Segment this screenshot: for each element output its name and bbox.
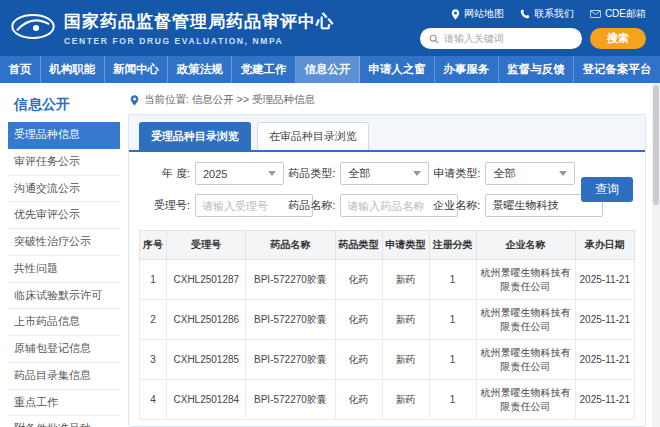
filter-form: 年 度: 2025 药品类型: 全部 xyxy=(129,152,645,228)
main-column: 当前位置: 信息公开 >> 受理品种信息 受理品种目录浏览 在审品种目录浏览 年… xyxy=(128,91,646,427)
sidebar-item-accepted-variety-info[interactable]: 受理品种信息 xyxy=(8,122,120,149)
cell-reg-class: 1 xyxy=(429,340,476,380)
drug-name-field: 药品名称: xyxy=(284,194,429,217)
nav-item-home[interactable]: 首页 xyxy=(0,56,41,83)
col-header-apply-type: 申请类型 xyxy=(382,231,429,260)
sidebar-item-review-task-publicity[interactable]: 审评任务公示 xyxy=(8,149,120,176)
scrollbar-thumb[interactable] xyxy=(653,85,659,205)
page: 国家药品监督管理局药品审评中心 CENTER FOR DRUG EVALUATI… xyxy=(0,0,660,427)
sidebar: 信息公开 受理品种信息 审评任务公示 沟通交流公示 优先审评公示 突破性治疗公示… xyxy=(8,91,120,427)
cell-date: 2025-11-21 xyxy=(575,340,634,380)
contact-us-link[interactable]: 联系我们 xyxy=(520,7,574,21)
cell-drug-type: 化药 xyxy=(335,380,382,420)
query-button[interactable]: 查询 xyxy=(581,177,633,202)
content-area: 信息公开 受理品种信息 审评任务公示 沟通交流公示 优先审评公示 突破性治疗公示… xyxy=(0,83,660,427)
sitemap-link[interactable]: 网站地图 xyxy=(451,7,504,21)
col-header-accept-no: 受理号 xyxy=(167,231,246,260)
apply-type-field: 申请类型: 全部 xyxy=(429,162,574,185)
nav-item-services[interactable]: 办事服务 xyxy=(435,56,499,83)
table-row: 3 CXHL2501285 BPI-572270胶囊 化药 新药 1 杭州景曜生… xyxy=(140,340,635,380)
cell-company: 杭州景曜生物科技有限责任公司 xyxy=(476,300,575,340)
phone-icon xyxy=(520,9,530,19)
col-header-date: 承办日期 xyxy=(575,231,634,260)
results-table: 序号 受理号 药品名称 药品类型 申请类型 注册分类 企业名称 承办日期 1 xyxy=(139,230,635,420)
search-button[interactable]: 搜索 xyxy=(590,28,646,49)
year-select-value: 2025 xyxy=(203,168,227,180)
col-header-drug-type: 药品类型 xyxy=(335,231,382,260)
content-panel: 受理品种目录浏览 在审品种目录浏览 年 度: 2025 药品 xyxy=(128,114,646,427)
company-field: 企业名称: xyxy=(429,194,574,217)
cell-company: 杭州景曜生物科技有限责任公司 xyxy=(476,380,575,420)
nav-item-info-disclosure[interactable]: 信息公开 xyxy=(296,56,360,83)
chevron-down-icon xyxy=(559,171,567,176)
tab-accepted-catalog[interactable]: 受理品种目录浏览 xyxy=(139,122,251,150)
cell-drug-name: BPI-572270胶囊 xyxy=(246,260,335,300)
cell-accept-no: CXHL2501285 xyxy=(167,340,246,380)
cell-apply-type: 新药 xyxy=(382,260,429,300)
sidebar-item-common-issues[interactable]: 共性问题 xyxy=(8,256,120,283)
table-row: 2 CXHL2501286 BPI-572270胶囊 化药 新药 1 杭州景曜生… xyxy=(140,300,635,340)
col-header-drug-name: 药品名称 xyxy=(246,231,335,260)
cell-date: 2025-11-21 xyxy=(575,260,634,300)
cell-date: 2025-11-21 xyxy=(575,300,634,340)
cell-drug-name: BPI-572270胶囊 xyxy=(246,300,335,340)
sitemap-label: 网站地图 xyxy=(464,7,504,21)
drug-name-label: 药品名称: xyxy=(284,198,340,213)
cell-index: 2 xyxy=(140,300,167,340)
cell-index: 3 xyxy=(140,340,167,380)
cde-mailbox-label: CDE邮箱 xyxy=(605,7,646,21)
sidebar-item-breakthrough-therapy-publicity[interactable]: 突破性治疗公示 xyxy=(8,229,120,256)
nav-item-functions[interactable]: 机构职能 xyxy=(41,56,105,83)
cell-drug-type: 化药 xyxy=(335,300,382,340)
nav-item-applicant-window[interactable]: 申请人之窗 xyxy=(360,56,435,83)
sidebar-item-drug-catalog-info[interactable]: 药品目录集信息 xyxy=(8,363,120,390)
sidebar-item-key-work[interactable]: 重点工作 xyxy=(8,390,120,417)
nav-item-supervision-feedback[interactable]: 监督与反馈 xyxy=(499,56,574,83)
cell-company: 杭州景曜生物科技有限责任公司 xyxy=(476,340,575,380)
nav-item-policies[interactable]: 政策法规 xyxy=(168,56,232,83)
cde-mailbox-link[interactable]: CDE邮箱 xyxy=(590,7,646,21)
drug-type-label: 药品类型: xyxy=(284,166,340,181)
sidebar-item-communication-publicity[interactable]: 沟通交流公示 xyxy=(8,176,120,203)
header-search: 搜索 xyxy=(420,28,646,49)
header-right: 网站地图 联系我们 CDE邮箱 xyxy=(420,7,646,49)
table-header-row: 序号 受理号 药品名称 药品类型 申请类型 注册分类 企业名称 承办日期 xyxy=(140,231,635,260)
col-header-reg-class: 注册分类 xyxy=(429,231,476,260)
cell-apply-type: 新药 xyxy=(382,340,429,380)
cell-drug-type: 化药 xyxy=(335,260,382,300)
cell-accept-no: CXHL2501284 xyxy=(167,380,246,420)
drug-type-select[interactable]: 全部 xyxy=(340,162,429,185)
breadcrumb: 当前位置: 信息公开 >> 受理品种信息 xyxy=(128,91,646,114)
nav-item-news[interactable]: 新闻中心 xyxy=(105,56,169,83)
cell-drug-type: 化药 xyxy=(335,340,382,380)
accept-no-field: 受理号: xyxy=(139,194,284,217)
mail-icon xyxy=(590,10,601,18)
search-box xyxy=(420,28,582,49)
cell-reg-class: 1 xyxy=(429,260,476,300)
nav-item-registration-platform[interactable]: 登记备案平台 xyxy=(574,56,660,83)
year-select[interactable]: 2025 xyxy=(195,162,284,185)
col-header-company: 企业名称 xyxy=(476,231,575,260)
filter-row-2: 受理号: 药品名称: 企业名称: xyxy=(139,194,575,217)
filter-row-1: 年 度: 2025 药品类型: 全部 xyxy=(139,162,575,185)
table-row: 4 CXHL2501284 BPI-572270胶囊 化药 新药 1 杭州景曜生… xyxy=(140,380,635,420)
site-subtitle: CENTER FOR DRUG EVALUATION, NMPA xyxy=(64,36,334,46)
sidebar-item-excipient-registration-info[interactable]: 原辅包登记信息 xyxy=(8,336,120,363)
breadcrumb-text: 当前位置: 信息公开 >> 受理品种信息 xyxy=(144,93,315,107)
cell-drug-name: BPI-572270胶囊 xyxy=(246,380,335,420)
chevron-down-icon xyxy=(413,171,421,176)
sidebar-item-priority-review-publicity[interactable]: 优先审评公示 xyxy=(8,202,120,229)
location-pin-icon xyxy=(130,95,139,106)
sidebar-item-marketed-drug-info[interactable]: 上市药品信息 xyxy=(8,309,120,336)
sidebar-item-conditional-approval-varieties[interactable]: 附条件批准品种 xyxy=(8,416,120,427)
company-label: 企业名称: xyxy=(429,198,485,213)
keyword-search-input[interactable] xyxy=(444,33,573,44)
apply-type-select[interactable]: 全部 xyxy=(485,162,574,185)
tab-under-review-catalog[interactable]: 在审品种目录浏览 xyxy=(257,122,369,150)
scrollbar[interactable] xyxy=(652,83,660,427)
brand[interactable]: 国家药品监督管理局药品审评中心 CENTER FOR DRUG EVALUATI… xyxy=(10,10,334,46)
apply-type-label: 申请类型: xyxy=(429,166,485,181)
accept-no-label: 受理号: xyxy=(139,198,195,213)
sidebar-item-clinical-trial-implied-license[interactable]: 临床试验默示许可 xyxy=(8,283,120,310)
nav-item-party-building[interactable]: 党建工作 xyxy=(232,56,296,83)
